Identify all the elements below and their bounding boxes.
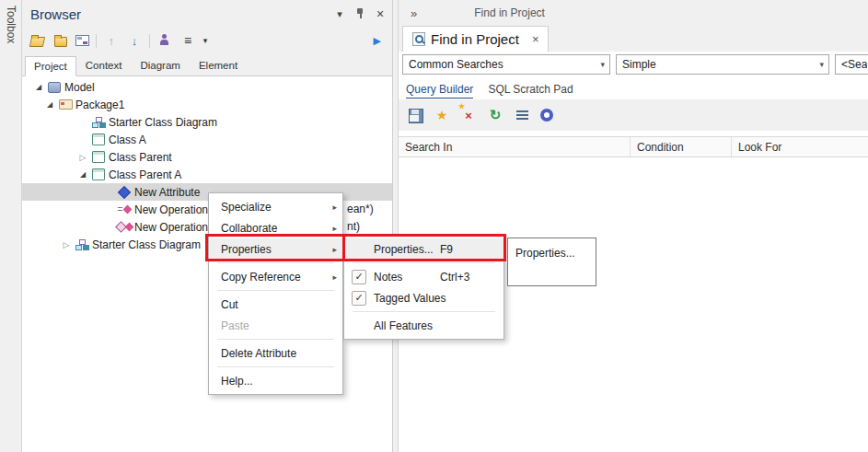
context-menu: Specialize▸Collaborate▸Properties▸Copy R… — [208, 192, 343, 395]
menu-shortcut: F9 — [440, 243, 453, 256]
context-menu-item-delete-attribute[interactable]: Delete Attribute — [209, 342, 342, 364]
context-menu-item-properties[interactable]: Properties▸ — [209, 238, 342, 260]
browser-tabs: ProjectContextDiagramElement — [22, 53, 392, 76]
tree-item-package1[interactable]: ◢Package1 — [22, 96, 392, 113]
play-forward-icon[interactable]: ▶ — [374, 35, 381, 47]
menu-separator — [217, 339, 334, 340]
tree-item-label-fragment: nt) — [347, 218, 360, 236]
expander-closed-icon[interactable]: ▷ — [75, 153, 90, 162]
browser-titlebar-icons: ▾× — [333, 7, 387, 20]
chevron-down-icon[interactable]: ▾ — [600, 60, 605, 69]
tree-item-starter-class-diagram[interactable]: Starter Class Diagram — [22, 113, 392, 131]
expander-open-icon[interactable]: ◢ — [31, 83, 46, 91]
search-mode-value: Simple — [622, 58, 656, 71]
application-window: Toolbox Browser ▾× ↑↓≡▾▶ ProjectContextD… — [0, 0, 868, 452]
menu-item-label: Paste — [221, 319, 249, 332]
tree-item-model[interactable]: ◢Model — [22, 78, 392, 96]
browser-titlebar: Browser ▾× — [22, 0, 392, 28]
tab-context[interactable]: Context — [76, 55, 132, 75]
class-icon — [90, 168, 107, 182]
menu-item-label: All Features — [374, 319, 433, 332]
operation-pair-icon — [116, 220, 133, 235]
open-folder-icon[interactable] — [29, 33, 46, 48]
menu-item-label: Collaborate — [221, 222, 277, 235]
expander-closed-icon[interactable]: ▷ — [59, 240, 74, 249]
submenu-item-tagged-values[interactable]: ✓Tagged Values — [344, 287, 503, 308]
toolbar-separator — [96, 34, 97, 48]
toolbox-side-tab-label: Toolbox — [5, 6, 17, 43]
search-mode-combobox[interactable]: Simple ▾ — [616, 54, 829, 75]
context-menu-item-help[interactable]: Help... — [209, 370, 342, 391]
tab-query-builder[interactable]: Query Builder — [406, 83, 473, 99]
tab-sql-scratch-pad[interactable]: SQL Scratch Pad — [488, 83, 573, 98]
hamburger-menu-icon[interactable]: ≡ — [179, 33, 196, 48]
search-category-combobox[interactable]: Common Searches ▾ — [402, 54, 610, 75]
menu-separator — [353, 311, 495, 312]
tree-item-label: New Operation( — [134, 203, 212, 216]
menu-item-label: Properties — [221, 243, 272, 256]
tree-item-class-a[interactable]: Class A — [22, 131, 392, 148]
diagram-frame-icon[interactable] — [75, 35, 89, 46]
tree-item-class-parent[interactable]: ▷Class Parent — [22, 148, 392, 166]
browser-title: Browser — [30, 6, 81, 22]
context-menu-item-collaborate[interactable]: Collaborate▸ — [209, 217, 342, 238]
submenu-arrow-icon: ▸ — [332, 272, 337, 282]
expander-open-icon[interactable]: ◢ — [75, 170, 90, 179]
chevron-down-icon[interactable]: ▾ — [819, 60, 824, 69]
tree-item-label-fragment: ean*) — [347, 201, 374, 218]
expander-open-icon[interactable]: ◢ — [42, 100, 57, 109]
window-position-arrow-icon[interactable]: ▾ — [333, 7, 346, 20]
new-search-icon[interactable]: ★ — [434, 107, 450, 123]
closed-folder-icon[interactable] — [52, 33, 69, 48]
tree-item-label: Class A — [109, 133, 146, 146]
diagram-icon — [74, 238, 90, 252]
save-search-icon[interactable] — [407, 107, 423, 123]
tree-item-class-parent-a[interactable]: ◢Class Parent A — [22, 166, 392, 183]
tab-project[interactable]: Project — [25, 56, 76, 76]
column-header-search-in[interactable]: Search In — [399, 137, 631, 156]
submenu-item-notes[interactable]: ✓NotesCtrl+3 — [344, 266, 503, 287]
help-icon[interactable] — [540, 109, 553, 122]
context-menu-item-copy-reference[interactable]: Copy Reference▸ — [209, 266, 342, 287]
menu-item-label: Notes — [374, 271, 402, 284]
column-header-condition[interactable]: Condition — [631, 137, 732, 156]
docked-tab-label[interactable]: Find in Project — [474, 6, 545, 19]
class-icon — [90, 133, 107, 147]
submenu-item-properties[interactable]: Properties...F9 — [344, 238, 503, 260]
checkbox-checked-icon: ✓ — [352, 270, 366, 284]
double-chevron-icon[interactable]: » — [411, 6, 417, 20]
context-menu-item-cut[interactable]: Cut — [209, 294, 342, 315]
context-menu-item-specialize[interactable]: Specialize▸ — [209, 196, 342, 217]
delete-search-icon[interactable]: × — [460, 107, 477, 123]
menu-item-label: Copy Reference — [221, 271, 301, 284]
move-up-icon[interactable]: ↑ — [103, 33, 120, 48]
search-term-combobox[interactable]: <Sea — [835, 54, 868, 75]
collaborate-user-icon[interactable] — [156, 33, 173, 48]
menu-item-label: Cut — [221, 298, 238, 311]
column-header-look-for[interactable]: Look For — [732, 137, 868, 156]
move-down-icon[interactable]: ↓ — [126, 33, 143, 48]
menu-shortcut: Ctrl+3 — [440, 271, 469, 284]
auto-hide-pin-icon[interactable] — [353, 7, 366, 20]
submenu-item-all-features[interactable]: All Features — [344, 315, 503, 336]
tree-item-label: New Attribute — [134, 186, 200, 199]
tab-diagram[interactable]: Diagram — [131, 55, 189, 75]
properties-tooltip: Properties... — [507, 238, 596, 286]
menu-item-label: Delete Attribute — [221, 347, 296, 360]
close-icon[interactable]: × — [374, 7, 387, 20]
close-tab-icon[interactable]: × — [532, 32, 539, 46]
filter-options-icon[interactable] — [514, 107, 530, 123]
tooltip-label: Properties... — [515, 247, 575, 260]
tab-element[interactable]: Element — [190, 55, 247, 75]
diagram-icon — [90, 115, 107, 130]
refresh-search-icon[interactable]: ↻ — [487, 107, 503, 123]
menu-item-label: Properties... — [374, 243, 434, 256]
toolbox-side-tab[interactable]: Toolbox — [0, 0, 22, 452]
find-tab-row: Find in Project × — [399, 26, 868, 52]
tree-item-label: Class Parent A — [109, 168, 181, 181]
tree-item-label: Model — [64, 81, 95, 94]
model-icon — [46, 80, 63, 95]
package-icon — [57, 98, 74, 112]
menu-caret-icon[interactable]: ▾ — [197, 33, 214, 48]
tab-find-in-project[interactable]: Find in Project × — [402, 26, 549, 52]
